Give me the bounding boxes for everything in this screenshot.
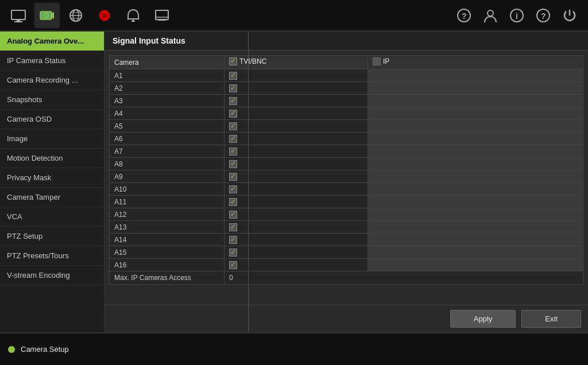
- camera-setup-icon[interactable]: [34, 3, 60, 28]
- question-circle-icon[interactable]: ?: [451, 3, 477, 28]
- signal-table: CameraTVI/BNCIP A1A2A3A4A5A6A7A8A9A10A11…: [109, 55, 583, 285]
- sidebar-item-7[interactable]: Privacy Mask: [0, 168, 104, 188]
- tvi-checkbox[interactable]: [229, 97, 237, 105]
- content-area: Signal Input Status CameraTVI/BNCIP A1A2…: [105, 32, 588, 332]
- ip-cell: [368, 246, 583, 259]
- tvi-cell[interactable]: [225, 221, 368, 234]
- table-row: A13: [110, 221, 583, 234]
- sidebar-item-5[interactable]: Image: [0, 129, 104, 149]
- sidebar-item-12[interactable]: V-stream Encoding: [0, 266, 104, 285]
- display-icon[interactable]: [149, 3, 175, 28]
- table-row: A1: [110, 69, 583, 82]
- tvi-cell[interactable]: [225, 82, 368, 95]
- sidebar-item-4[interactable]: Camera OSD: [0, 110, 104, 129]
- tvi-checkbox[interactable]: [229, 261, 237, 269]
- content-body: CameraTVI/BNCIP A1A2A3A4A5A6A7A8A9A10A11…: [105, 51, 588, 305]
- tvi-checkbox[interactable]: [229, 236, 237, 244]
- ip-cell: [368, 170, 583, 183]
- sidebar-item-2[interactable]: Camera Recording ...: [0, 71, 104, 90]
- info-circle-icon[interactable]: i: [504, 3, 529, 28]
- sidebar-item-11[interactable]: PTZ Presets/Tours: [0, 246, 104, 266]
- camera-cell: A1: [110, 69, 225, 82]
- person-icon[interactable]: [478, 3, 503, 28]
- camera-cell: A8: [110, 158, 225, 170]
- tvi-cell[interactable]: [225, 158, 368, 170]
- sidebar-item-6[interactable]: Motion Detection: [0, 149, 104, 168]
- tvi-cell[interactable]: [225, 107, 368, 120]
- tvi-cell[interactable]: [225, 145, 368, 158]
- tvi-checkbox[interactable]: [229, 110, 237, 118]
- tvi-checkbox[interactable]: [229, 122, 237, 130]
- tvi-cell[interactable]: [225, 133, 368, 145]
- svg-text:?: ?: [541, 11, 546, 21]
- tvi-checkbox[interactable]: [229, 84, 237, 92]
- table-row: A5: [110, 120, 583, 133]
- camera-cell: A16: [110, 259, 225, 271]
- ip-cell: [368, 145, 583, 158]
- sidebar-item-1[interactable]: IP Camera Status: [0, 51, 104, 71]
- tvi-cell[interactable]: [225, 120, 368, 133]
- camera-cell: A9: [110, 170, 225, 183]
- alarm-icon[interactable]: [121, 3, 146, 28]
- tvi-header-checkbox[interactable]: [229, 57, 237, 65]
- sidebar-item-0[interactable]: Analog Camera Ove...: [0, 32, 104, 51]
- tvi-checkbox[interactable]: [229, 211, 237, 219]
- camera-cell: A14: [110, 234, 225, 246]
- ip-cell: [368, 259, 583, 271]
- live-view-icon[interactable]: [6, 3, 31, 28]
- ip-cell: [368, 234, 583, 246]
- ip-cell: [368, 120, 583, 133]
- svg-rect-2: [14, 21, 22, 22]
- tvi-checkbox[interactable]: [229, 135, 237, 143]
- content-title: Signal Input Status: [105, 32, 588, 51]
- max-ip-label: Max. IP Cameras Access: [110, 271, 225, 285]
- ip-cell: [368, 208, 583, 221]
- svg-marker-4: [52, 12, 54, 19]
- sidebar-item-3[interactable]: Snapshots: [0, 90, 104, 110]
- svg-text:?: ?: [462, 11, 467, 21]
- tvi-checkbox[interactable]: [229, 248, 237, 257]
- apply-button[interactable]: Apply: [450, 310, 516, 328]
- tvi-cell[interactable]: [225, 95, 368, 107]
- tvi-checkbox[interactable]: [229, 160, 237, 168]
- ip-header-checkbox[interactable]: [373, 57, 381, 65]
- table-header-2: IP: [368, 56, 583, 69]
- tvi-cell[interactable]: [225, 208, 368, 221]
- ip-cell: [368, 95, 583, 107]
- tvi-cell[interactable]: [225, 246, 368, 259]
- sidebar-item-9[interactable]: VCA: [0, 207, 104, 227]
- record-icon[interactable]: [92, 3, 117, 28]
- sidebar: Analog Camera Ove...IP Camera StatusCame…: [0, 32, 105, 332]
- main-layout: Analog Camera Ove...IP Camera StatusCame…: [0, 32, 588, 332]
- tvi-checkbox[interactable]: [229, 173, 237, 181]
- help-icon[interactable]: ?: [531, 3, 556, 28]
- network-icon[interactable]: [63, 3, 88, 28]
- camera-cell: A11: [110, 196, 225, 208]
- tvi-checkbox[interactable]: [229, 223, 237, 231]
- sidebar-item-8[interactable]: Camera Tamper: [0, 188, 104, 207]
- power-icon[interactable]: [557, 3, 582, 28]
- camera-cell: A4: [110, 107, 225, 120]
- table-row: A10: [110, 183, 583, 196]
- status-dot: [8, 346, 15, 353]
- ip-cell: [368, 82, 583, 95]
- table-row: A8: [110, 158, 583, 170]
- tvi-checkbox[interactable]: [229, 185, 237, 193]
- tvi-checkbox[interactable]: [229, 72, 237, 80]
- tvi-cell[interactable]: [225, 170, 368, 183]
- content-footer: Apply Exit: [105, 305, 588, 332]
- camera-cell: A10: [110, 183, 225, 196]
- svg-rect-1: [17, 20, 20, 21]
- tvi-checkbox[interactable]: [229, 147, 237, 156]
- sidebar-item-10[interactable]: PTZ Setup: [0, 227, 104, 246]
- tvi-cell[interactable]: [225, 196, 368, 208]
- tvi-cell[interactable]: [225, 183, 368, 196]
- exit-button[interactable]: Exit: [521, 310, 581, 328]
- camera-cell: A6: [110, 133, 225, 145]
- tvi-cell[interactable]: [225, 69, 368, 82]
- table-row: A7: [110, 145, 583, 158]
- camera-cell: A12: [110, 208, 225, 221]
- tvi-checkbox[interactable]: [229, 198, 237, 206]
- tvi-cell[interactable]: [225, 234, 368, 246]
- tvi-cell[interactable]: [225, 259, 368, 271]
